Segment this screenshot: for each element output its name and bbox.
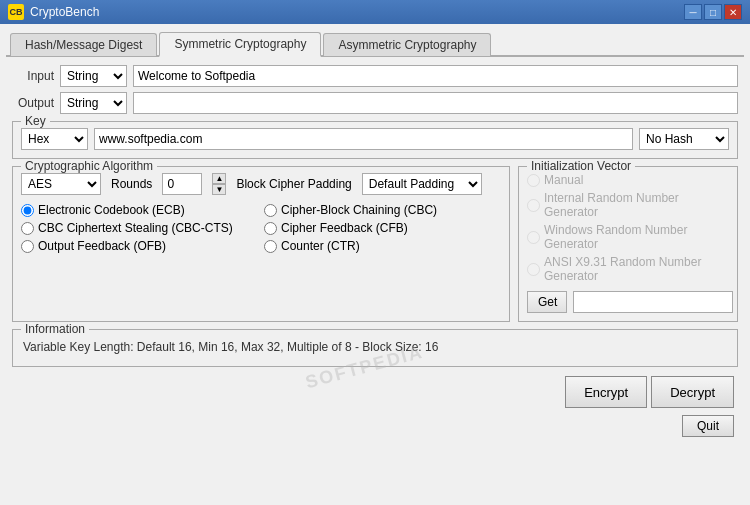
quit-button[interactable]: Quit xyxy=(682,415,734,437)
title-bar-controls: ─ □ ✕ xyxy=(684,4,742,20)
mode-cbc-cts-label: CBC Ciphertext Stealing (CBC-CTS) xyxy=(38,221,233,235)
iv-ansi-radio xyxy=(527,263,540,276)
key-row: Hex String Base64 No Hash MD5 SHA1 SHA25… xyxy=(21,128,729,150)
key-hash-select[interactable]: No Hash MD5 SHA1 SHA256 xyxy=(639,128,729,150)
bottom-area: SOFTPEDIA Encrypt Decrypt xyxy=(12,372,738,410)
iv-manual-radio xyxy=(527,174,540,187)
window-body: Hash/Message Digest Symmetric Cryptograp… xyxy=(0,24,750,505)
iv-group-label: Initialization Vector xyxy=(527,159,635,173)
algo-iv-row: Cryptographic Algorithm AES DES 3DES Blo… xyxy=(12,164,738,322)
decrypt-button[interactable]: Decrypt xyxy=(651,376,734,408)
iv-wrng-label: Windows Random Number Generator xyxy=(544,223,729,251)
iv-irng-label: Internal Random Number Generator xyxy=(544,191,729,219)
iv-ansi: ANSI X9.31 Random Number Generator xyxy=(527,255,729,283)
mode-ofb: Output Feedback (OFB) xyxy=(21,239,258,253)
title-bar-title: CryptoBench xyxy=(30,5,99,19)
tab-symmetric[interactable]: Symmetric Cryptography xyxy=(159,32,321,57)
mode-cbc-label: Cipher-Block Chaining (CBC) xyxy=(281,203,437,217)
iv-manual: Manual xyxy=(527,173,729,187)
tab-bar: Hash/Message Digest Symmetric Cryptograp… xyxy=(6,30,744,57)
rounds-down-button[interactable]: ▼ xyxy=(212,184,226,195)
close-button[interactable]: ✕ xyxy=(724,4,742,20)
output-label: Output xyxy=(12,96,54,110)
padding-select[interactable]: Default Padding No Padding PKCS5 Zero Pa… xyxy=(362,173,482,195)
iv-manual-label: Manual xyxy=(544,173,583,187)
input-field[interactable] xyxy=(133,65,738,87)
rounds-input[interactable] xyxy=(162,173,202,195)
rounds-up-button[interactable]: ▲ xyxy=(212,173,226,184)
get-button[interactable]: Get xyxy=(527,291,567,313)
cipher-mode-grid: Electronic Codebook (ECB) Cipher-Block C… xyxy=(21,203,501,253)
mode-cbc-cts: CBC Ciphertext Stealing (CBC-CTS) xyxy=(21,221,258,235)
encrypt-decrypt-group: Encrypt Decrypt xyxy=(565,376,734,408)
encrypt-button[interactable]: Encrypt xyxy=(565,376,647,408)
key-group-label: Key xyxy=(21,114,50,128)
mode-ofb-label: Output Feedback (OFB) xyxy=(38,239,166,253)
info-text: Variable Key Length: Default 16, Min 16,… xyxy=(21,336,729,358)
content-area: Input String Hex Base64 File Output Stri… xyxy=(6,57,744,499)
key-format-select[interactable]: Hex String Base64 xyxy=(21,128,88,150)
input-row: Input String Hex Base64 File xyxy=(12,65,738,87)
output-row: Output String Hex Base64 File xyxy=(12,92,738,114)
padding-label: Block Cipher Padding xyxy=(236,177,351,191)
iv-wrng-radio xyxy=(527,231,540,244)
mode-cfb: Cipher Feedback (CFB) xyxy=(264,221,501,235)
minimize-button[interactable]: ─ xyxy=(684,4,702,20)
app-icon: CB xyxy=(8,4,24,20)
maximize-button[interactable]: □ xyxy=(704,4,722,20)
info-group: Information Variable Key Length: Default… xyxy=(12,329,738,367)
iv-group: Initialization Vector Manual Internal Ra… xyxy=(518,166,738,322)
mode-cbc-radio[interactable] xyxy=(264,204,277,217)
tab-asymmetric[interactable]: Asymmetric Cryptography xyxy=(323,33,491,56)
input-type-select[interactable]: String Hex Base64 File xyxy=(60,65,127,87)
iv-get-row: Get xyxy=(527,291,729,313)
mode-cfb-label: Cipher Feedback (CFB) xyxy=(281,221,408,235)
title-bar: CB CryptoBench ─ □ ✕ xyxy=(0,0,750,24)
algo-group: Cryptographic Algorithm AES DES 3DES Blo… xyxy=(12,166,510,322)
title-bar-left: CB CryptoBench xyxy=(8,4,99,20)
iv-input[interactable] xyxy=(573,291,733,313)
quit-row: Quit xyxy=(12,415,738,439)
mode-ecb-radio[interactable] xyxy=(21,204,34,217)
rounds-label: Rounds xyxy=(111,177,152,191)
key-group: Key Hex String Base64 No Hash MD5 SHA1 S… xyxy=(12,121,738,159)
rounds-spinner: ▲ ▼ xyxy=(212,173,226,195)
iv-irng-radio xyxy=(527,199,540,212)
mode-ecb-label: Electronic Codebook (ECB) xyxy=(38,203,185,217)
mode-ctr: Counter (CTR) xyxy=(264,239,501,253)
info-group-label: Information xyxy=(21,322,89,336)
mode-ofb-radio[interactable] xyxy=(21,240,34,253)
output-field[interactable] xyxy=(133,92,738,114)
output-type-select[interactable]: String Hex Base64 File xyxy=(60,92,127,114)
mode-cbc: Cipher-Block Chaining (CBC) xyxy=(264,203,501,217)
iv-irng: Internal Random Number Generator xyxy=(527,191,729,219)
key-input[interactable] xyxy=(94,128,633,150)
algo-group-label: Cryptographic Algorithm xyxy=(21,159,157,173)
iv-wrng: Windows Random Number Generator xyxy=(527,223,729,251)
mode-cbc-cts-radio[interactable] xyxy=(21,222,34,235)
algo-top-controls: AES DES 3DES Blowfish RC4 Rounds ▲ ▼ Blo… xyxy=(21,173,501,195)
iv-ansi-label: ANSI X9.31 Random Number Generator xyxy=(544,255,729,283)
mode-cfb-radio[interactable] xyxy=(264,222,277,235)
algorithm-select[interactable]: AES DES 3DES Blowfish RC4 xyxy=(21,173,101,195)
iv-radio-list: Manual Internal Random Number Generator … xyxy=(527,173,729,283)
mode-ctr-label: Counter (CTR) xyxy=(281,239,360,253)
input-label: Input xyxy=(12,69,54,83)
mode-ctr-radio[interactable] xyxy=(264,240,277,253)
mode-ecb: Electronic Codebook (ECB) xyxy=(21,203,258,217)
tab-hash[interactable]: Hash/Message Digest xyxy=(10,33,157,56)
